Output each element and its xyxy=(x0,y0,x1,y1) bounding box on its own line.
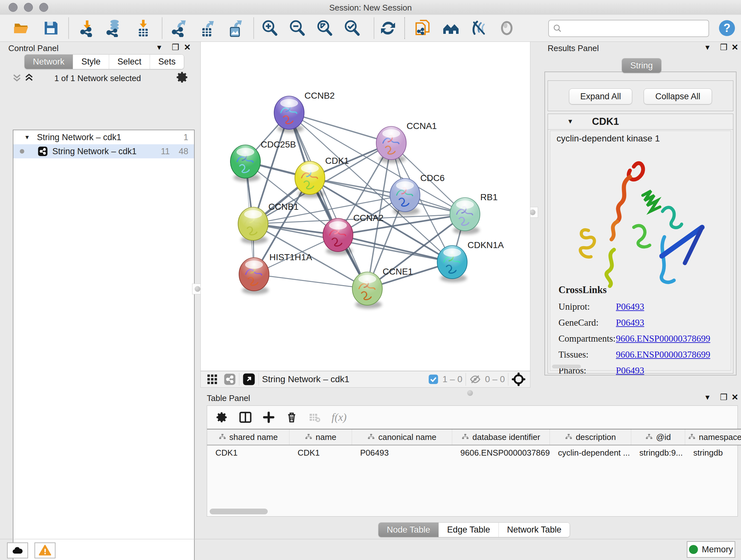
export-image-icon[interactable] xyxy=(226,19,245,37)
crosslink-label: Tissues: xyxy=(558,349,616,360)
zoom-in-icon[interactable] xyxy=(261,19,279,37)
expand-all-button[interactable]: Expand All xyxy=(569,88,632,105)
crosslink-row: Uniprot:P06493 xyxy=(558,301,724,312)
table-cell: CDK1 xyxy=(207,445,289,460)
tab-network[interactable]: Network xyxy=(24,55,73,69)
column-header-name[interactable]: name xyxy=(289,429,352,445)
results-panel-float-icon[interactable]: ❒ xyxy=(720,43,727,51)
node-HIST1H1A[interactable]: HIST1H1A xyxy=(239,252,312,294)
table-hscrollbar-thumb[interactable] xyxy=(210,509,268,514)
cdk1-collapse-icon[interactable]: ▼ xyxy=(567,118,574,125)
crosslink-link[interactable]: P06493 xyxy=(616,301,644,312)
selected-checkbox-icon[interactable] xyxy=(428,374,439,384)
tab-node-table[interactable]: Node Table xyxy=(379,523,439,537)
tab-style[interactable]: Style xyxy=(73,55,109,69)
zoom-selected-icon[interactable] xyxy=(343,19,361,37)
string-view-icon[interactable] xyxy=(224,373,236,385)
fit-selected-target-icon[interactable] xyxy=(512,372,526,386)
column-header-canonical-name[interactable]: canonical name xyxy=(352,429,452,445)
tab-select[interactable]: Select xyxy=(109,55,150,69)
birds-eye-view-icon[interactable] xyxy=(243,373,255,386)
tab-sets[interactable]: Sets xyxy=(150,55,184,69)
hide-panels-icon[interactable] xyxy=(470,19,488,37)
memory-label: Memory xyxy=(702,545,733,555)
column-header-database-identifier[interactable]: database identifier xyxy=(452,429,550,445)
node-label-RB1: RB1 xyxy=(480,192,497,202)
control-panel-menu-icon[interactable]: ▼ xyxy=(156,44,163,51)
cdk1-card-header[interactable]: ▼ CDK1 xyxy=(548,114,733,130)
edge-CCNB2-CCNE1[interactable] xyxy=(289,113,367,289)
net-toolbar-separator xyxy=(466,373,466,386)
table-panel-close-icon[interactable]: ✕ xyxy=(731,393,738,401)
network-options-gear-icon[interactable] xyxy=(176,71,189,84)
network-collection-row[interactable]: ▼ String Network – cdk1 1 xyxy=(13,130,194,144)
hidden-node-edge-counts: 0 – 0 xyxy=(485,374,505,384)
tab-network-table[interactable]: Network Table xyxy=(498,523,570,537)
results-panel-menu-icon[interactable]: ▼ xyxy=(704,44,711,51)
search-input[interactable] xyxy=(565,23,709,34)
control-panel-float-icon[interactable]: ❒ xyxy=(172,43,179,51)
edge-count: 48 xyxy=(179,146,188,157)
collapse-all-button[interactable]: Collapse All xyxy=(644,88,712,105)
zoom-fit-icon[interactable] xyxy=(316,19,333,37)
crosslink-link[interactable]: 9606.ENSP00000378699 xyxy=(616,333,711,344)
node-CCNE1[interactable]: CCNE1 xyxy=(352,266,413,309)
copy-network-icon[interactable] xyxy=(414,19,431,37)
node-CDC6[interactable]: CDC6 xyxy=(390,173,445,215)
create-column-icon[interactable] xyxy=(263,411,275,423)
network-view-toolbar: String Network – cdk1 1 – 0 0 – 0 xyxy=(200,371,530,388)
grid-view-icon[interactable] xyxy=(206,374,218,385)
edge-CCNA2-CDKN1A[interactable] xyxy=(338,235,452,262)
crosslink-link[interactable]: 9606.ENSP00000378699 xyxy=(616,349,711,360)
tab-string[interactable]: String xyxy=(622,58,661,73)
table-panel-tabs: Node TableEdge TableNetwork Table xyxy=(378,522,570,537)
table-options-gear-icon[interactable] xyxy=(216,411,228,423)
node-RB1[interactable]: RB1 xyxy=(450,192,497,234)
zoom-out-icon[interactable] xyxy=(288,19,306,37)
network-row[interactable]: String Network – cdk1 11 48 xyxy=(13,144,194,159)
column-header-namespace[interactable]: namespace xyxy=(685,429,741,445)
save-session-icon[interactable] xyxy=(42,19,60,37)
crosslink-link[interactable]: P06493 xyxy=(616,317,644,328)
network-canvas[interactable]: CCNB2CCNA1CDC25BCDK1CDC6RB1CCNB1CCNA2CDK… xyxy=(200,42,530,371)
node-CDK1[interactable]: CDK1 xyxy=(295,156,349,198)
home-layout-icon[interactable] xyxy=(442,19,460,37)
net-toolbar-separator xyxy=(508,373,509,386)
column-header-shared-name[interactable]: shared name xyxy=(207,429,289,445)
edge-CCNB2-CCNA1[interactable] xyxy=(289,113,391,143)
table-panel-menu-icon[interactable]: ▼ xyxy=(704,394,711,401)
show-columns-icon[interactable] xyxy=(239,411,252,424)
import-network-icon[interactable] xyxy=(78,19,96,37)
refresh-icon[interactable] xyxy=(379,19,397,37)
table-panel-float-icon[interactable]: ❒ xyxy=(720,393,727,401)
column-header--id[interactable]: @id xyxy=(631,429,685,445)
node-CCNA1[interactable]: CCNA1 xyxy=(376,121,437,163)
toolbar-separator xyxy=(162,17,162,39)
crosslink-label: Compartments: xyxy=(558,333,616,344)
cdk1-description: cyclin-dependent kinase 1 xyxy=(556,133,660,144)
import-network-database-icon[interactable] xyxy=(105,19,123,37)
crosslink-row: Tissues:9606.ENSP00000378699 xyxy=(558,349,724,360)
help-icon[interactable]: ? xyxy=(718,19,736,37)
warnings-button[interactable] xyxy=(35,543,56,558)
memory-button[interactable]: Memory xyxy=(687,541,735,558)
export-network-icon[interactable] xyxy=(171,19,188,37)
open-session-icon[interactable] xyxy=(13,19,30,37)
export-table-icon[interactable] xyxy=(199,19,217,37)
results-panel-close-icon[interactable]: ✕ xyxy=(731,43,738,51)
table-row[interactable]: CDK1CDK1P064939606.ENSP00000378699cyclin… xyxy=(207,445,741,460)
delete-column-icon[interactable] xyxy=(286,411,298,423)
card-hscrollbar[interactable] xyxy=(552,365,581,368)
column-header-description[interactable]: description xyxy=(550,429,631,445)
node-table-container: f(x) shared namenamecanonical namedataba… xyxy=(207,406,738,516)
edge-CCNE1-HIST1H1A[interactable] xyxy=(254,274,367,289)
cloud-button[interactable] xyxy=(7,543,28,558)
control-panel-close-icon[interactable]: ✕ xyxy=(184,43,191,51)
table-panel-title: Table Panel xyxy=(207,393,250,403)
tab-edge-table[interactable]: Edge Table xyxy=(439,523,498,537)
crosslink-link[interactable]: P06493 xyxy=(616,365,644,376)
node-CDKN1A[interactable]: CDKN1A xyxy=(437,240,504,282)
show-panels-icon[interactable] xyxy=(498,19,516,37)
collection-expand-icon[interactable]: ▼ xyxy=(24,134,30,141)
import-table-icon[interactable] xyxy=(134,19,152,37)
